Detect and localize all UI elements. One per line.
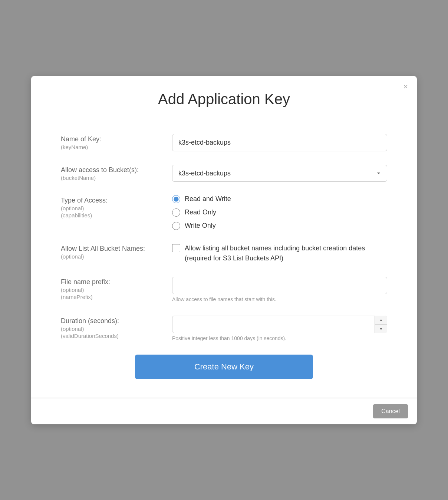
duration-row: Duration (seconds): (optional) (validDur… — [61, 316, 387, 341]
access-type-label-main: Type of Access: — [61, 197, 172, 204]
bucket-select[interactable]: k3s-etcd-backups — [172, 165, 387, 182]
duration-spinner: ▲ ▼ — [375, 316, 387, 333]
file-prefix-label: File name prefix: (optional) (namePrefix… — [61, 277, 172, 300]
radio-write-only-label: Write Only — [185, 222, 216, 230]
list-buckets-checkbox-label: Allow listing all bucket names including… — [185, 243, 387, 263]
duration-optional: (optional) — [61, 326, 172, 332]
key-name-row: Name of Key: (keyName) — [61, 134, 387, 151]
duration-hint: Positive integer less than 1000 days (in… — [172, 335, 387, 341]
modal-overlay: × Add Application Key Name of Key: (keyN… — [0, 0, 448, 500]
key-name-label-main: Name of Key: — [61, 135, 172, 143]
bucket-label: Allow access to Bucket(s): (bucketName) — [61, 165, 172, 181]
file-prefix-input[interactable] — [172, 277, 387, 294]
list-buckets-checkbox[interactable] — [172, 244, 180, 252]
access-type-optional: (optional) — [61, 205, 172, 211]
access-type-control: Read and Write Read Only Write Only — [172, 195, 387, 230]
key-name-label: Name of Key: (keyName) — [61, 134, 172, 150]
radio-read-write-input[interactable] — [172, 195, 180, 203]
cancel-button[interactable]: Cancel — [373, 404, 408, 418]
list-buckets-control: Allow listing all bucket names including… — [172, 243, 387, 263]
file-prefix-row: File name prefix: (optional) (namePrefix… — [61, 277, 387, 302]
duration-input-wrapper: ▲ ▼ — [172, 316, 387, 333]
radio-write-only-input[interactable] — [172, 222, 180, 230]
list-buckets-checkbox-item[interactable]: Allow listing all bucket names including… — [172, 243, 387, 263]
radio-read-only-label: Read Only — [185, 208, 216, 216]
list-buckets-label-main: Allow List All Bucket Names: — [61, 245, 172, 253]
file-prefix-label-main: File name prefix: — [61, 278, 172, 286]
bucket-control: k3s-etcd-backups — [172, 165, 387, 182]
duration-label-main: Duration (seconds): — [61, 317, 172, 325]
access-type-sublabel: (capabilities) — [61, 212, 172, 218]
modal-dialog: × Add Application Key Name of Key: (keyN… — [31, 76, 417, 424]
key-name-label-sub: (keyName) — [61, 144, 172, 150]
list-buckets-row: Allow List All Bucket Names: (optional) … — [61, 243, 387, 263]
radio-write-only[interactable]: Write Only — [172, 222, 387, 230]
list-buckets-optional: (optional) — [61, 253, 172, 260]
bucket-row: Allow access to Bucket(s): (bucketName) … — [61, 165, 387, 182]
key-name-control — [172, 134, 387, 151]
radio-read-write-label: Read and Write — [185, 195, 231, 203]
bucket-label-main: Allow access to Bucket(s): — [61, 166, 172, 174]
file-prefix-optional: (optional) — [61, 287, 172, 293]
duration-sublabel: (validDurationSeconds) — [61, 333, 172, 339]
access-type-row: Type of Access: (optional) (capabilities… — [61, 195, 387, 230]
list-buckets-label: Allow List All Bucket Names: (optional) — [61, 243, 172, 260]
radio-read-write[interactable]: Read and Write — [172, 195, 387, 203]
duration-increment-button[interactable]: ▲ — [375, 316, 387, 325]
access-type-label: Type of Access: (optional) (capabilities… — [61, 195, 172, 218]
file-prefix-sublabel: (namePrefix) — [61, 294, 172, 300]
duration-input[interactable] — [172, 316, 387, 333]
access-type-radio-group: Read and Write Read Only Write Only — [172, 195, 387, 230]
modal-body: Name of Key: (keyName) Allow access to B… — [31, 119, 417, 398]
modal-footer: Cancel — [31, 398, 417, 424]
radio-read-only[interactable]: Read Only — [172, 208, 387, 217]
radio-read-only-input[interactable] — [172, 208, 180, 217]
duration-decrement-button[interactable]: ▼ — [375, 325, 387, 333]
file-prefix-hint: Allow access to file names that start wi… — [172, 296, 387, 302]
modal-title: Add Application Key — [31, 76, 417, 119]
bucket-label-sub: (bucketName) — [61, 175, 172, 181]
create-key-button[interactable]: Create New Key — [135, 355, 313, 379]
close-button[interactable]: × — [403, 83, 408, 91]
duration-label: Duration (seconds): (optional) (validDur… — [61, 316, 172, 339]
duration-control: ▲ ▼ Positive integer less than 1000 days… — [172, 316, 387, 341]
file-prefix-control: Allow access to file names that start wi… — [172, 277, 387, 302]
key-name-input[interactable] — [172, 134, 387, 151]
